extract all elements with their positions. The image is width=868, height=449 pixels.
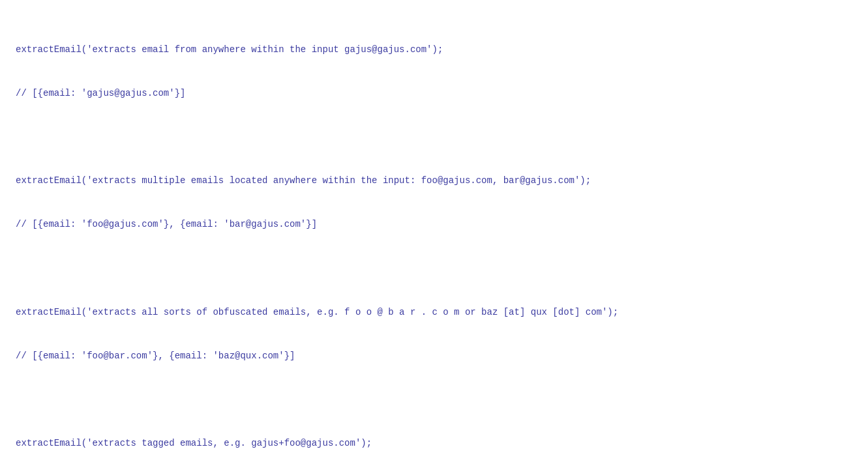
empty-line-1 (16, 130, 852, 144)
code-line-4: extractEmail('extracts multiple emails l… (16, 173, 852, 188)
code-line-5: // [{email: 'foo@gajus.com'}, {email: 'b… (16, 217, 852, 231)
code-block: extractEmail('extracts email from anywhe… (16, 13, 852, 449)
code-line-2: // [{email: 'gajus@gajus.com'}] (16, 86, 852, 100)
code-line-8: // [{email: 'foo@bar.com'}, {email: 'baz… (16, 349, 852, 363)
empty-line-2 (16, 261, 852, 276)
code-line-7: extractEmail('extracts all sorts of obfu… (16, 305, 852, 319)
code-line-10: extractEmail('extracts tagged emails, e.… (16, 436, 852, 449)
empty-line-3 (16, 392, 852, 407)
code-line-1: extractEmail('extracts email from anywhe… (16, 42, 852, 57)
